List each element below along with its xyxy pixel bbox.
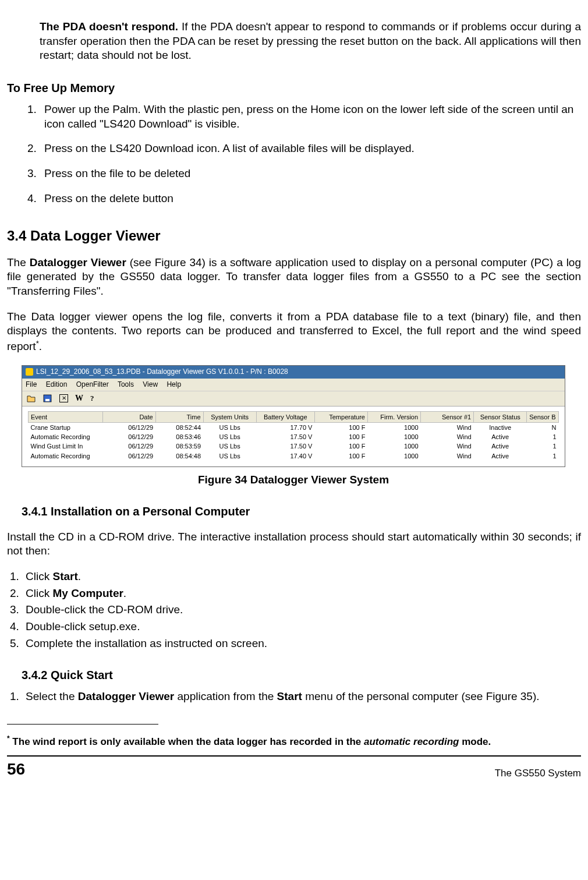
text: The — [7, 256, 30, 268]
cell: Wind — [421, 441, 474, 451]
page-number: 56 — [7, 759, 25, 780]
cell: 17.70 V — [256, 422, 314, 432]
list-item: Power up the Palm. With the plastic pen,… — [40, 103, 581, 131]
datalogger-window: LSI_12_29_2006_08_53_13.PDB - Datalogger… — [22, 365, 565, 467]
cell: Wind — [421, 451, 474, 461]
cell: Wind — [421, 432, 474, 441]
cell: Active — [474, 451, 527, 461]
cell: 06/12/29 — [102, 432, 155, 441]
text-italic: automatic recording — [364, 736, 459, 747]
w-icon[interactable]: W — [75, 393, 83, 404]
titlebar: LSI_12_29_2006_08_53_13.PDB - Datalogger… — [22, 366, 565, 379]
col-units[interactable]: System Units — [203, 411, 256, 422]
cell: Wind Gust Limit In — [29, 441, 103, 451]
save-icon[interactable] — [43, 394, 52, 402]
col-time[interactable]: Time — [155, 411, 203, 422]
cell: 1000 — [368, 432, 421, 441]
menu-view[interactable]: View — [143, 380, 158, 388]
list-item: Complete the installation as instructed … — [22, 637, 581, 651]
col-sensorb[interactable]: Sensor B — [527, 411, 559, 422]
help-icon[interactable]: ? — [90, 394, 94, 404]
list-item: Double-click the CD-ROM drive. — [22, 603, 581, 617]
menu-file[interactable]: File — [26, 380, 37, 388]
col-status[interactable]: Sensor Status — [474, 411, 527, 422]
system-name: The GS550 System — [495, 767, 581, 780]
sec34-p1: The Datalogger Viewer (see Figure 34) is… — [7, 256, 581, 299]
cell: 08:53:46 — [155, 432, 203, 441]
menu-openfilter[interactable]: OpenFilter — [76, 380, 109, 388]
open-icon[interactable] — [27, 394, 36, 402]
sec34-p2: The Data logger viewer opens the log fil… — [7, 310, 581, 354]
cell: 08:53:59 — [155, 441, 203, 451]
menubar: File Edition OpenFilter Tools View Help — [22, 379, 565, 392]
cell: 06/12/29 — [102, 422, 155, 432]
footnote-separator — [7, 724, 158, 725]
figure-34: LSI_12_29_2006_08_53_13.PDB - Datalogger… — [22, 365, 565, 487]
table-row[interactable]: Wind Gust Limit In06/12/2908:53:59US Lbs… — [29, 441, 559, 451]
cell: 06/12/29 — [102, 441, 155, 451]
cell: Automatic Recording — [29, 432, 103, 441]
cell: 1 — [527, 441, 559, 451]
text: Click — [26, 587, 52, 599]
close-icon[interactable]: ✕ — [59, 394, 68, 402]
text-bold: Start — [52, 570, 77, 582]
quickstart-list: Select the Datalogger Viewer application… — [7, 690, 581, 704]
text-bold: The wind report is only available when t… — [10, 736, 364, 747]
install-list: Click Start. Click My Computer. Double-c… — [7, 570, 581, 651]
window-title: LSI_12_29_2006_08_53_13.PDB - Datalogger… — [36, 367, 288, 377]
list-item: Press on the delete button — [40, 192, 581, 206]
text: The Data logger viewer opens the log fil… — [7, 310, 581, 353]
col-event[interactable]: Event — [29, 411, 103, 422]
col-date[interactable]: Date — [102, 411, 155, 422]
cell: 1000 — [368, 441, 421, 451]
toolbar: ✕ W ? — [22, 391, 565, 406]
cell: 08:54:48 — [155, 451, 203, 461]
cell: 1 — [527, 451, 559, 461]
log-table: Event Date Time System Units Battery Vol… — [28, 411, 559, 461]
cell: Active — [474, 432, 527, 441]
cell: 100 F — [314, 451, 367, 461]
to-free-list: Power up the Palm. With the plastic pen,… — [23, 103, 581, 206]
cell: 17.50 V — [256, 441, 314, 451]
text-bold: Datalogger Viewer — [30, 256, 126, 268]
text: Select the — [26, 690, 78, 702]
text: application from the — [174, 690, 277, 702]
table-row[interactable]: Automatic Recording06/12/2908:53:46US Lb… — [29, 432, 559, 441]
list-item: Press on the file to be deleted — [40, 167, 581, 181]
cell: 1000 — [368, 422, 421, 432]
section-3-4-heading: 3.4 Data Logger Viewer — [7, 227, 581, 245]
cell: 08:52:44 — [155, 422, 203, 432]
menu-edition[interactable]: Edition — [46, 380, 68, 388]
text-bold: Start — [277, 690, 302, 702]
list-item: Click Start. — [22, 570, 581, 584]
svg-rect-1 — [45, 399, 49, 401]
text: Click — [26, 570, 52, 582]
cell: 100 F — [314, 422, 367, 432]
text-bold: mode. — [459, 736, 491, 747]
cell: 100 F — [314, 432, 367, 441]
cell: US Lbs — [203, 441, 256, 451]
col-sensor1[interactable]: Sensor #1 — [421, 411, 474, 422]
table-row[interactable]: Automatic Recording06/12/2908:54:48US Lb… — [29, 451, 559, 461]
text-bold: Datalogger Viewer — [78, 690, 174, 702]
menu-help[interactable]: Help — [167, 380, 181, 388]
col-temp[interactable]: Temperature — [314, 411, 367, 422]
table-row[interactable]: Crane Startup06/12/2908:52:44US Lbs17.70… — [29, 422, 559, 432]
cell: US Lbs — [203, 451, 256, 461]
figure-caption: Figure 34 Datalogger Viewer System — [22, 473, 565, 487]
cell: Wind — [421, 422, 474, 432]
sec341-p: Install the CD in a CD-ROM drive. The in… — [7, 530, 581, 559]
cell: 17.40 V — [256, 451, 314, 461]
app-icon — [26, 368, 33, 376]
col-firm[interactable]: Firm. Version — [368, 411, 421, 422]
col-battery[interactable]: Battery Voltage — [256, 411, 314, 422]
list-item: Select the Datalogger Viewer application… — [22, 690, 581, 704]
text: menu of the personal computer (see Figur… — [302, 690, 540, 702]
cell: Crane Startup — [29, 422, 103, 432]
cell: N — [527, 422, 559, 432]
menu-tools[interactable]: Tools — [118, 380, 134, 388]
section-3-4-2-heading: 3.4.2 Quick Start — [22, 667, 581, 683]
list-item: Press on the LS420 Download icon. A list… — [40, 142, 581, 156]
footer-rule — [7, 755, 581, 757]
to-free-heading: To Free Up Memory — [7, 80, 581, 96]
